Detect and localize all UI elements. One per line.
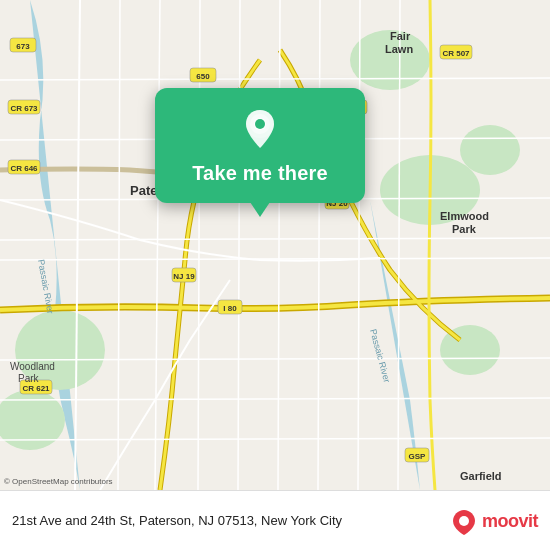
svg-rect-0 [0,0,550,490]
svg-text:Garfield: Garfield [460,470,502,482]
svg-text:Elmwood: Elmwood [440,210,489,222]
svg-text:650: 650 [196,72,210,81]
bottom-bar: 21st Ave and 24th St, Paterson, NJ 07513… [0,490,550,550]
svg-point-60 [255,119,265,129]
svg-text:Park: Park [18,373,40,384]
svg-text:NJ 19: NJ 19 [173,272,195,281]
moovit-logo: moovit [450,508,538,536]
svg-text:673: 673 [16,42,30,51]
svg-text:Park: Park [452,223,477,235]
take-me-there-button[interactable]: Take me there [192,160,328,187]
address-text: 21st Ave and 24th St, Paterson, NJ 07513… [12,512,450,530]
svg-text:Woodland: Woodland [10,361,55,372]
svg-text:CR 621: CR 621 [22,384,50,393]
svg-point-2 [460,125,520,175]
location-pin-icon [238,106,282,150]
moovit-pin-icon [450,508,478,536]
svg-text:Fair: Fair [390,30,411,42]
moovit-brand-text: moovit [482,511,538,532]
svg-text:© OpenStreetMap contributors: © OpenStreetMap contributors [4,477,113,486]
svg-text:CR 673: CR 673 [10,104,38,113]
svg-text:Lawn: Lawn [385,43,413,55]
svg-text:CR 507: CR 507 [442,49,470,58]
popup-card: Take me there [155,88,365,203]
svg-text:CR 646: CR 646 [10,164,38,173]
svg-text:I 80: I 80 [223,304,237,313]
map-container: I 80 NJ 19 NJ 20 NJ 4 CR 673 CR 646 CR 6… [0,0,550,490]
svg-text:GSP: GSP [409,452,427,461]
svg-point-61 [459,516,469,526]
